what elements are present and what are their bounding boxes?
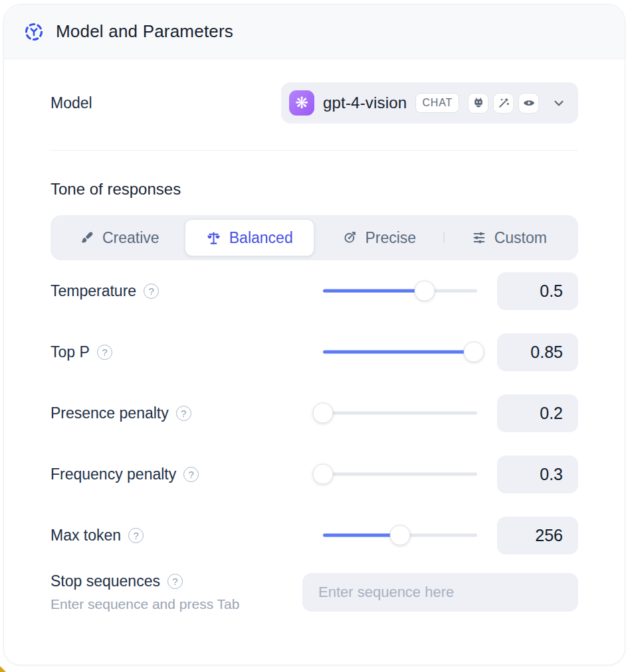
top-p-slider[interactable] xyxy=(323,341,477,363)
tone-option-label: Precise xyxy=(365,229,416,247)
slider-thumb[interactable] xyxy=(313,464,334,485)
tone-option-balanced[interactable]: Balanced xyxy=(185,219,315,256)
tone-segmented-control: Creative Balanced xyxy=(51,215,578,260)
panel-header: Model and Parameters xyxy=(4,5,625,59)
slider-thumb[interactable] xyxy=(415,281,435,301)
sliders-icon xyxy=(472,230,486,245)
balance-scale-icon xyxy=(206,230,221,246)
param-label: Top P xyxy=(51,343,90,361)
help-icon[interactable]: ? xyxy=(128,528,144,543)
panel-title: Model and Parameters xyxy=(56,21,233,42)
model-parameters-panel: Model and Parameters Model ❋ gpt-4-visio… xyxy=(3,4,625,665)
tone-option-label: Creative xyxy=(102,229,159,247)
capability-chip-group xyxy=(468,93,539,114)
background-corner-accent xyxy=(0,666,6,672)
slider-fill xyxy=(323,351,474,354)
stop-sequences-row: Stop sequences ? Enter sequence and pres… xyxy=(51,572,578,612)
help-icon[interactable]: ? xyxy=(97,345,112,360)
param-label: Temperature xyxy=(51,282,136,300)
param-row-presence-penalty: Presence penalty ? 0.2 xyxy=(51,382,578,444)
slider-track xyxy=(323,412,477,415)
target-arrow-icon xyxy=(342,230,357,245)
chevron-down-icon xyxy=(552,96,566,110)
top-p-value[interactable]: 0.85 xyxy=(497,333,578,371)
param-row-max-token: Max token ? 256 xyxy=(51,505,578,566)
temperature-value[interactable]: 0.5 xyxy=(497,272,578,310)
temperature-slider[interactable] xyxy=(323,280,477,301)
param-row-top-p: Top P ? 0.85 xyxy=(51,321,578,382)
help-icon[interactable]: ? xyxy=(183,467,199,482)
model-row: Model ❋ gpt-4-vision CHAT xyxy=(51,82,578,124)
presence-penalty-slider[interactable] xyxy=(323,402,477,424)
section-divider xyxy=(51,150,578,151)
presence-penalty-value[interactable]: 0.2 xyxy=(497,394,578,432)
magic-wand-icon xyxy=(493,93,514,114)
model-select-dropdown[interactable]: ❋ gpt-4-vision CHAT xyxy=(281,82,578,124)
tone-option-label: Custom xyxy=(494,229,547,247)
help-icon[interactable]: ? xyxy=(176,406,191,421)
help-icon[interactable]: ? xyxy=(167,574,183,589)
tone-option-custom[interactable]: Custom xyxy=(445,219,575,256)
slider-fill xyxy=(323,290,425,293)
help-icon[interactable]: ? xyxy=(144,284,159,299)
slider-thumb[interactable] xyxy=(390,525,411,546)
param-label: Max token xyxy=(51,527,121,545)
param-row-temperature: Temperature ? 0.5 xyxy=(51,260,578,321)
frequency-penalty-value[interactable]: 0.3 xyxy=(497,456,578,493)
model-type-badge: CHAT xyxy=(415,93,459,113)
slider-track xyxy=(323,473,477,476)
openai-logo-icon: ❋ xyxy=(289,90,314,116)
frequency-penalty-slider[interactable] xyxy=(323,463,477,485)
tone-option-creative[interactable]: Creative xyxy=(54,219,185,256)
model-name: gpt-4-vision xyxy=(323,94,407,112)
paintbrush-icon xyxy=(80,230,94,245)
stop-sequences-helper-text: Enter sequence and press Tab xyxy=(51,596,302,612)
stop-sequences-label: Stop sequences xyxy=(51,572,160,590)
stop-sequence-input[interactable] xyxy=(302,573,578,612)
tone-option-precise[interactable]: Precise xyxy=(314,219,445,256)
param-row-frequency-penalty: Frequency penalty ? 0.3 xyxy=(51,444,578,505)
param-label: Frequency penalty xyxy=(51,465,176,483)
dashed-circle-hub-icon xyxy=(23,21,45,42)
slider-fill xyxy=(323,534,400,537)
max-token-value[interactable]: 256 xyxy=(497,517,578,554)
eye-icon xyxy=(518,93,539,114)
tone-heading: Tone of responses xyxy=(51,180,578,199)
max-token-slider[interactable] xyxy=(323,525,477,546)
robot-icon xyxy=(468,93,488,114)
tone-option-label: Balanced xyxy=(229,229,293,247)
slider-thumb[interactable] xyxy=(313,403,334,424)
param-label: Presence penalty xyxy=(51,404,169,422)
model-label: Model xyxy=(51,94,92,112)
slider-thumb[interactable] xyxy=(464,342,484,363)
